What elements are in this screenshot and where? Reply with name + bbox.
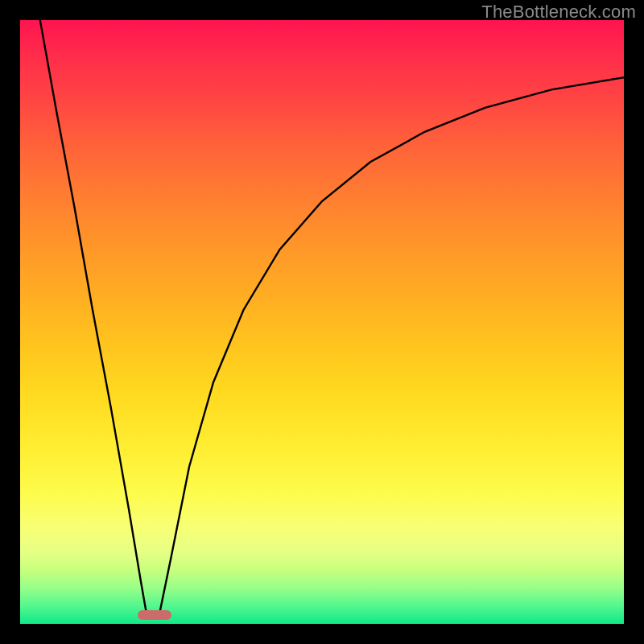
chart-frame: TheBottleneck.com xyxy=(0,0,644,644)
curve-path xyxy=(40,20,624,616)
watermark-text: TheBottleneck.com xyxy=(481,2,636,23)
bottleneck-curve xyxy=(20,20,624,624)
optimal-marker xyxy=(138,610,171,620)
plot-area xyxy=(20,20,624,624)
